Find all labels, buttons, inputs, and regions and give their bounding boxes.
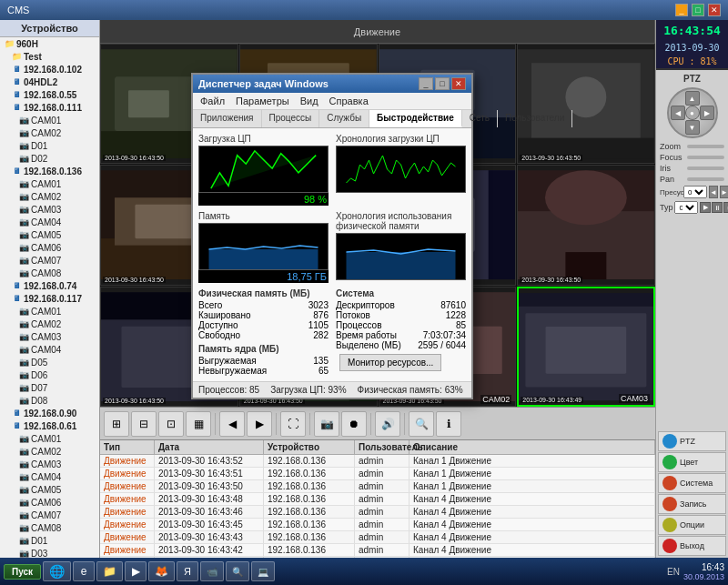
start-button[interactable]: Пуск [4,564,41,580]
taskbar-app1[interactable]: 📹 [200,561,224,581]
sidebar-item-cam03-4[interactable]: 📷CAM03 [0,458,99,470]
taskman-tab-Сеть[interactable]: Сеть [462,110,498,127]
sidebar-item-cam01-4[interactable]: 📷CAM01 [0,432,99,445]
sidebar-item-cam03-3[interactable]: 📷CAM03 [0,330,99,343]
device-tree[interactable]: 📁960H📁Test🖥192.168.0.102🖥04HDL2🖥192.168.… [0,37,99,558]
sidebar-item-960h[interactable]: 📁960H [0,37,99,50]
sidebar-item-192.168.0.102[interactable]: 🖥192.168.0.102 [0,63,99,76]
stop-button[interactable]: ■ [723,202,728,213]
taskman-close[interactable]: ✕ [451,77,466,90]
taskbar-ff[interactable]: 🦊 [148,561,175,581]
camera-cell-8[interactable]: 2013-09-30 16:43:50 [517,165,655,285]
right-nav-btn-exit[interactable]: Выход [658,536,726,556]
taskbar-search[interactable]: 🔍 [226,561,249,581]
iris-slider[interactable] [687,166,724,170]
sidebar-item-cam02-4[interactable]: 📷CAM02 [0,445,99,458]
taskman-tab-Процессы[interactable]: Процессы [262,110,320,127]
event-row[interactable]: Движение 2013-09-30 16:43:50 192.168.0.1… [100,480,655,493]
right-nav-btn-system[interactable]: Система [658,473,726,493]
taskman-tab-Службы[interactable]: Службы [319,110,369,127]
sidebar-item-192.168.0.55[interactable]: 🖥192.168.0.55 [0,88,99,101]
taskman-tab-Пользователи[interactable]: Пользователи [498,110,572,127]
taskman-menu-Справка[interactable]: Справка [326,95,372,107]
sidebar-item-d06[interactable]: 📷D06 [0,368,99,381]
ptz-right-button[interactable]: ▶ [700,106,714,120]
play-button[interactable]: ▶ [700,202,711,213]
ptz-down-button[interactable]: ▼ [685,120,700,135]
sidebar-item-cam04-3[interactable]: 📷CAM04 [0,343,99,356]
toolbar-btn-grid16[interactable]: ▦ [186,411,211,437]
sidebar-item-cam01-1[interactable]: 📷CAM01 [0,114,99,126]
sidebar-item-d07[interactable]: 📷D07 [0,381,99,394]
sidebar-item-192.168.0.111[interactable]: 🖥192.168.0.111 [0,101,99,114]
sidebar-item-cam08-4[interactable]: 📷CAM08 [0,521,99,534]
sidebar-item-04hdl2[interactable]: 🖥04HDL2 [0,76,99,88]
taskman-menu-Вид[interactable]: Вид [297,95,322,107]
sidebar-item-cam02-1[interactable]: 📷CAM02 [0,126,99,139]
toolbar-btn-grid9[interactable]: ⊡ [158,411,184,437]
camera-cell-12[interactable]: CAM032013-09-30 16:43:49 [517,287,655,407]
event-row[interactable]: Движение 2013-09-30 16:43:45 192.168.0.1… [100,519,655,531]
toolbar-btn-audio[interactable]: 🔊 [375,411,400,437]
event-row[interactable]: Движение 2013-09-30 16:43:46 192.168.0.1… [100,506,655,519]
sidebar-item-cam04-2[interactable]: 📷CAM04 [0,216,99,228]
sidebar-item-192.168.0.117[interactable]: 🖥192.168.0.117 [0,292,99,305]
sidebar-item-cam01-3[interactable]: 📷CAM01 [0,305,99,318]
sidebar-item-d01-4[interactable]: 📷D01 [0,534,99,547]
taskman-maximize[interactable]: □ [435,77,450,90]
sidebar-item-d02[interactable]: 📷D02 [0,152,99,165]
right-nav-btn-record[interactable]: Запись [658,494,726,514]
toolbar-btn-prev[interactable]: ◀ [219,411,245,437]
toolbar-btn-fullscreen[interactable]: ⛶ [280,411,306,437]
preset-set-button[interactable]: ◄ [709,186,718,198]
sidebar-item-cam01-2[interactable]: 📷CAM01 [0,177,99,190]
taskman-minimize[interactable]: _ [419,77,433,90]
taskman-tab-Быстродействие[interactable]: Быстродействие [369,110,462,127]
toolbar-btn-next[interactable]: ▶ [247,411,272,437]
event-row[interactable]: Движение 2013-09-30 16:43:48 192.168.0.1… [100,493,655,506]
toolbar-btn-grid1[interactable]: ⊞ [104,411,129,437]
sidebar-item-d05[interactable]: 📷D05 [0,356,99,368]
right-nav-btn-options[interactable]: Опции [658,515,726,535]
sidebar-item-192.168.0.136[interactable]: 🖥192.168.0.136 [0,165,99,177]
sidebar-item-192.168.0.61[interactable]: 🖥192.168.0.61 [0,419,99,432]
ptz-left-button[interactable]: ◀ [671,106,685,120]
preset-select[interactable]: 01 [683,186,707,198]
sidebar-item-cam02-3[interactable]: 📷CAM02 [0,318,99,330]
sidebar-item-cam08-2[interactable]: 📷CAM08 [0,267,99,279]
event-row[interactable]: Движение 2013-09-30 16:43:52 192.168.0.1… [100,455,655,468]
taskbar-ya[interactable]: Я [177,561,198,581]
toolbar-btn-zoom_in[interactable]: 🔍 [409,411,434,437]
sidebar-item-d01[interactable]: 📷D01 [0,139,99,152]
sidebar-item-cam05-2[interactable]: 📷CAM05 [0,228,99,241]
sidebar-item-cam04-4[interactable]: 📷CAM04 [0,470,99,483]
pause-button[interactable]: ⏸ [712,202,723,213]
taskbar-media[interactable]: ▶ [125,561,147,581]
sidebar-item-d03-4[interactable]: 📷D03 [0,547,99,558]
sidebar-item-192.168.0.74[interactable]: 🖥192.168.0.74 [0,279,99,292]
camera-cell-4[interactable]: 2013-09-30 16:43:50 [517,44,655,164]
taskman-menu-Файл[interactable]: Файл [197,95,228,107]
monitor-resources-button[interactable]: Монитор ресурсов... [339,354,441,371]
taskman-menu-Параметры[interactable]: Параметры [232,95,293,107]
taskbar-ie2[interactable]: e [73,561,95,581]
tour-select[interactable]: 01 [674,201,698,214]
maximize-button[interactable]: □ [692,4,704,16]
zoom-slider[interactable] [687,145,724,148]
minimize-button[interactable]: _ [675,4,688,16]
event-row[interactable]: Движение 2013-09-30 16:43:43 192.168.0.1… [100,531,655,544]
sidebar-item-cam06-4[interactable]: 📷CAM06 [0,496,99,509]
event-row[interactable]: Движение 2013-09-30 16:43:42 192.168.0.1… [100,544,655,557]
pan-slider[interactable] [687,177,724,181]
close-button[interactable]: ✕ [708,4,721,16]
ptz-up-button[interactable]: ▲ [685,91,700,106]
sidebar-item-cam07-4[interactable]: 📷CAM07 [0,509,99,521]
toolbar-btn-info[interactable]: ℹ [436,411,461,437]
right-nav-btn-ptz[interactable]: PTZ [658,431,726,451]
event-row[interactable]: Движение 2013-09-30 16:43:51 192.168.0.1… [100,468,655,480]
focus-slider[interactable] [687,156,724,159]
taskbar-ie[interactable]: 🌐 [43,561,71,581]
sidebar-item-cam03-2[interactable]: 📷CAM03 [0,203,99,216]
sidebar-item-test[interactable]: 📁Test [0,50,99,63]
taskbar-folder[interactable]: 📁 [96,561,123,581]
